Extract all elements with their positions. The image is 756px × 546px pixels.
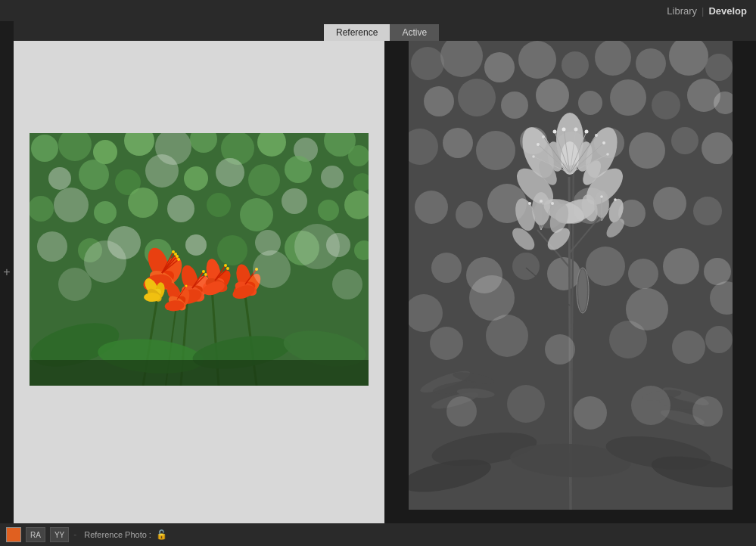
svg-point-229 <box>446 396 477 427</box>
svg-point-134 <box>702 132 733 164</box>
svg-point-102 <box>253 250 291 288</box>
svg-point-32 <box>37 231 67 262</box>
svg-point-108 <box>411 47 444 80</box>
svg-point-206 <box>614 198 617 201</box>
svg-point-180 <box>574 128 577 132</box>
left-panel-strip: + <box>0 21 14 523</box>
svg-point-13 <box>79 160 109 190</box>
svg-point-227 <box>672 330 705 364</box>
svg-point-146 <box>547 257 580 290</box>
svg-point-182 <box>595 134 598 137</box>
reference-photo-label: Reference Photo : <box>84 530 151 539</box>
yy-button[interactable]: YY <box>50 527 69 542</box>
svg-point-112 <box>562 51 589 79</box>
svg-point-30 <box>318 200 339 221</box>
svg-point-128 <box>476 131 515 170</box>
svg-point-118 <box>458 79 496 116</box>
top-bar: Library | Develop <box>0 0 756 21</box>
svg-point-230 <box>507 385 545 423</box>
svg-point-59 <box>177 258 180 261</box>
svg-point-208 <box>578 269 587 312</box>
nav-separator: | <box>702 5 704 17</box>
svg-point-231 <box>574 396 607 430</box>
svg-point-135 <box>415 191 448 224</box>
svg-point-234 <box>469 275 515 321</box>
svg-point-17 <box>216 158 244 187</box>
svg-point-26 <box>167 195 194 222</box>
svg-point-143 <box>431 253 462 283</box>
svg-point-12 <box>48 167 71 190</box>
svg-point-37 <box>217 235 247 265</box>
svg-point-77 <box>226 267 229 270</box>
ra-button[interactable]: RA <box>26 527 45 542</box>
svg-point-121 <box>578 91 602 115</box>
svg-point-104 <box>58 268 92 301</box>
svg-point-89 <box>144 293 160 302</box>
svg-point-57 <box>172 250 175 253</box>
tab-reference[interactable]: Reference <box>324 24 390 41</box>
svg-point-25 <box>128 188 158 218</box>
svg-point-114 <box>636 48 666 79</box>
svg-point-187 <box>532 155 535 158</box>
svg-point-11 <box>348 145 369 166</box>
svg-point-179 <box>562 128 565 132</box>
svg-point-16 <box>184 166 208 191</box>
reference-image <box>30 133 369 386</box>
svg-point-18 <box>248 164 280 196</box>
svg-point-198 <box>528 202 531 205</box>
svg-point-184 <box>602 141 605 144</box>
active-panel <box>384 41 756 523</box>
svg-point-119 <box>501 92 528 119</box>
svg-rect-101 <box>30 360 369 386</box>
svg-point-110 <box>484 52 515 82</box>
svg-point-181 <box>584 130 588 134</box>
svg-point-84 <box>185 285 188 287</box>
svg-point-76 <box>224 264 227 267</box>
svg-point-150 <box>704 258 731 285</box>
nav-library[interactable]: Library <box>667 5 697 17</box>
svg-point-105 <box>84 240 126 283</box>
tab-active[interactable]: Active <box>390 24 439 41</box>
svg-point-186 <box>606 153 609 156</box>
svg-point-232 <box>631 386 670 425</box>
color-icon[interactable] <box>6 527 21 542</box>
svg-point-15 <box>145 154 179 188</box>
svg-point-132 <box>629 132 665 169</box>
svg-point-147 <box>586 247 625 286</box>
svg-point-106 <box>332 269 362 299</box>
svg-point-111 <box>518 41 556 79</box>
svg-point-29 <box>282 188 307 214</box>
split-view <box>14 41 756 523</box>
tab-bar: Reference Active <box>14 21 756 41</box>
svg-point-120 <box>536 79 569 112</box>
lock-icon[interactable]: 🔓 <box>156 529 167 540</box>
svg-point-24 <box>94 201 117 224</box>
svg-point-116 <box>705 54 733 81</box>
expand-icon[interactable]: + <box>3 265 10 279</box>
svg-point-19 <box>285 156 312 183</box>
svg-point-148 <box>628 259 658 289</box>
svg-point-1 <box>31 135 58 162</box>
svg-point-136 <box>456 201 483 228</box>
svg-point-20 <box>321 166 344 188</box>
main-area: Reference Active <box>14 21 756 523</box>
svg-point-185 <box>537 143 540 146</box>
svg-point-235 <box>626 288 668 330</box>
svg-point-23 <box>54 188 89 222</box>
svg-point-196 <box>540 200 543 203</box>
tab-active-label: Active <box>402 27 427 38</box>
svg-point-103 <box>294 224 340 269</box>
svg-point-27 <box>207 193 231 217</box>
svg-point-123 <box>652 91 680 119</box>
svg-point-67 <box>202 270 205 273</box>
nav-develop[interactable]: Develop <box>708 5 747 17</box>
svg-point-225 <box>545 334 575 365</box>
active-image <box>409 41 733 510</box>
svg-point-141 <box>653 187 686 220</box>
svg-point-127 <box>443 128 473 158</box>
svg-point-142 <box>693 197 722 225</box>
svg-point-178 <box>552 130 556 134</box>
svg-point-122 <box>610 79 646 116</box>
top-nav: Library | Develop <box>667 5 747 17</box>
svg-point-228 <box>705 326 733 353</box>
